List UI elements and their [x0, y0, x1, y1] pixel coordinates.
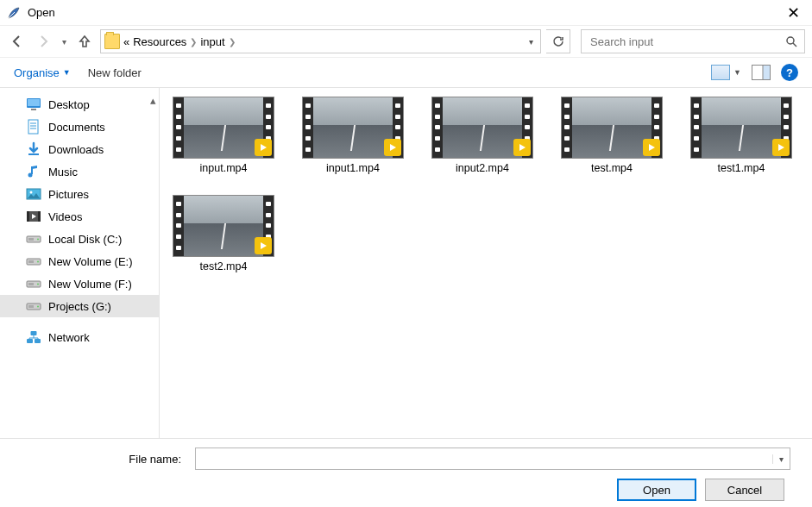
- search-input[interactable]: [589, 34, 785, 49]
- cancel-button[interactable]: Cancel: [705, 479, 784, 501]
- chevron-right-icon: ❯: [229, 37, 236, 47]
- breadcrumb-prefix: «: [123, 35, 129, 48]
- disk-icon: [26, 276, 41, 291]
- play-badge-icon: [255, 139, 272, 156]
- chevron-down-icon: ▼: [733, 68, 741, 77]
- svg-rect-27: [28, 283, 34, 285]
- svg-line-1: [793, 43, 796, 47]
- refresh-button[interactable]: [546, 29, 570, 53]
- svg-point-23: [37, 261, 39, 263]
- address-dropdown[interactable]: ▾: [526, 37, 537, 47]
- sidebar-item-label: Downloads: [48, 143, 104, 156]
- sidebar-item-label: New Volume (E:): [48, 255, 133, 268]
- svg-point-29: [37, 306, 39, 308]
- svg-rect-16: [27, 211, 29, 222]
- sidebar-item-label: Local Disk (C:): [48, 233, 122, 246]
- address-bar[interactable]: « Resources ❯ input ❯ ▾: [100, 29, 541, 53]
- file-name-label: test1.mp4: [718, 162, 765, 174]
- sidebar-item-label: Projects (G:): [48, 300, 111, 313]
- file-pane[interactable]: input.mp4input1.mp4input2.mp4test.mp4tes…: [160, 88, 812, 438]
- sidebar-item-network[interactable]: Network: [0, 326, 159, 348]
- sidebar-item-desktop[interactable]: Desktop: [0, 93, 159, 116]
- chevron-right-icon: ❯: [190, 37, 197, 47]
- svg-rect-21: [28, 238, 34, 241]
- video-thumbnail: [431, 97, 533, 159]
- window-title: Open: [28, 6, 782, 19]
- sidebar-item-label: Videos: [48, 210, 83, 223]
- file-item[interactable]: input2.mp4: [431, 97, 534, 174]
- network-icon: [26, 329, 41, 345]
- chevron-down-icon: ▼: [63, 68, 71, 77]
- back-button[interactable]: [7, 31, 28, 52]
- disk-icon: [26, 298, 41, 314]
- file-item[interactable]: test.mp4: [560, 97, 664, 174]
- sidebar-item-label: New Volume (F:): [48, 278, 132, 291]
- new-folder-button[interactable]: New folder: [88, 66, 142, 79]
- sidebar-item-pictures[interactable]: Pictures: [0, 183, 159, 205]
- sidebar-item-gdrive[interactable]: Projects (G:): [0, 295, 159, 317]
- file-name-label: input2.mp4: [456, 162, 509, 174]
- disk-icon: [26, 254, 41, 269]
- file-item[interactable]: input1.mp4: [301, 97, 405, 174]
- svg-rect-17: [38, 211, 41, 222]
- play-badge-icon: [255, 237, 272, 254]
- help-button[interactable]: ?: [781, 64, 798, 81]
- file-name-label: test.mp4: [591, 162, 633, 174]
- sidebar-item-label: Network: [48, 331, 90, 344]
- scroll-up-icon[interactable]: ▴: [148, 93, 157, 107]
- nav-bar: ▾ « Resources ❯ input ❯ ▾: [0, 26, 812, 57]
- breadcrumb-item[interactable]: input: [200, 35, 224, 48]
- sidebar-item-label: Pictures: [48, 188, 89, 201]
- svg-rect-32: [35, 339, 41, 343]
- svg-point-20: [37, 239, 39, 241]
- view-mode-button[interactable]: ▼: [711, 65, 741, 80]
- file-name-label: input1.mp4: [326, 162, 380, 174]
- play-badge-icon: [384, 139, 401, 156]
- desktop-icon: [26, 97, 41, 112]
- doc-icon: [26, 119, 41, 135]
- sidebar-item-videos[interactable]: Videos: [0, 205, 159, 228]
- filename-combo[interactable]: ▾: [195, 448, 790, 470]
- search-icon: [785, 35, 797, 47]
- sidebar-item-label: Desktop: [48, 98, 90, 111]
- sidebar-item-label: Documents: [48, 121, 105, 134]
- search-box[interactable]: [581, 29, 805, 53]
- play-badge-icon: [643, 139, 660, 156]
- sidebar-item-documents[interactable]: Documents: [0, 116, 159, 138]
- open-button[interactable]: Open: [617, 479, 696, 501]
- close-button[interactable]: ✕: [782, 3, 805, 22]
- forward-button[interactable]: [33, 31, 54, 52]
- svg-rect-31: [27, 339, 33, 343]
- filename-dropdown[interactable]: ▾: [772, 454, 790, 464]
- file-item[interactable]: input.mp4: [172, 97, 275, 174]
- sidebar-item-edrive[interactable]: New Volume (E:): [0, 250, 159, 272]
- file-item[interactable]: test1.mp4: [689, 97, 793, 174]
- svg-rect-33: [31, 331, 37, 335]
- svg-rect-24: [28, 260, 34, 263]
- thumbnails-icon: [711, 65, 730, 80]
- file-item[interactable]: test2.mp4: [172, 195, 275, 272]
- footer: File name: ▾ Open Cancel: [0, 438, 812, 507]
- video-thumbnail: [173, 97, 274, 159]
- sidebar-item-label: Music: [48, 166, 78, 178]
- up-button[interactable]: [74, 31, 95, 52]
- svg-point-14: [30, 191, 33, 194]
- sidebar: ▴ DesktopDocumentsDownloadsMusicPictures…: [0, 88, 160, 438]
- play-badge-icon: [513, 139, 531, 156]
- sidebar-item-downloads[interactable]: Downloads: [0, 138, 159, 160]
- svg-rect-30: [28, 305, 34, 308]
- preview-pane-button[interactable]: [752, 65, 771, 80]
- organise-menu[interactable]: Organise ▼: [14, 66, 71, 79]
- sidebar-item-fdrive[interactable]: New Volume (F:): [0, 272, 159, 295]
- sidebar-item-music[interactable]: Music: [0, 160, 159, 183]
- file-name-label: test2.mp4: [200, 260, 248, 272]
- sidebar-item-cdrive[interactable]: Local Disk (C:): [0, 228, 159, 250]
- breadcrumb-item[interactable]: Resources: [133, 35, 186, 48]
- video-thumbnail: [561, 97, 663, 159]
- app-feather-icon: [7, 6, 21, 20]
- recent-dropdown[interactable]: ▾: [59, 31, 69, 52]
- filename-input[interactable]: [196, 453, 772, 466]
- music-icon: [26, 164, 41, 179]
- svg-point-12: [28, 173, 33, 178]
- down-icon: [26, 141, 41, 157]
